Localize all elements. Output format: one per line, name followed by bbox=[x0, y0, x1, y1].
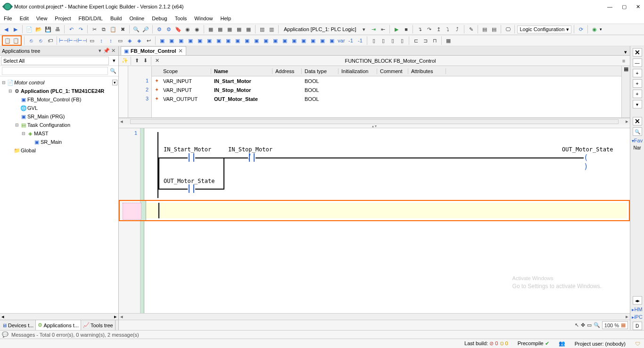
fb-icon[interactable]: ▣ bbox=[186, 36, 195, 45]
var-row[interactable]: ✦VAR_INPUTIN_Start_MotorBOOL bbox=[152, 76, 621, 85]
no-contact[interactable] bbox=[188, 153, 195, 162]
var3-icon[interactable]: -1 bbox=[356, 36, 364, 45]
status-icon[interactable]: ◉ bbox=[590, 25, 599, 33]
ld-contact3-icon[interactable]: ⊢⊣ bbox=[78, 36, 87, 45]
tree-root[interactable]: Motor control bbox=[14, 80, 44, 85]
fb-icon[interactable]: ▣ bbox=[196, 36, 204, 45]
ld-f-icon[interactable]: ▭ bbox=[116, 36, 124, 45]
menu-file[interactable]: File bbox=[4, 16, 12, 21]
tb-c-icon[interactable]: ▦ bbox=[225, 25, 234, 33]
filter-dd-icon[interactable]: ▾ bbox=[110, 58, 118, 64]
fb-icon[interactable]: ▣ bbox=[328, 36, 336, 45]
tab-tools[interactable]: 📈Tools tree bbox=[81, 320, 116, 330]
ld-e-icon[interactable]: ↕ bbox=[107, 36, 115, 45]
app-context[interactable]: Application [PLC_1: PLC Logic] bbox=[281, 26, 359, 32]
menu-window[interactable]: Window bbox=[194, 16, 213, 21]
find-icon[interactable]: 🔍 bbox=[132, 25, 140, 33]
new-rung-placeholder[interactable] bbox=[119, 200, 630, 221]
right-plus-icon[interactable]: + bbox=[633, 90, 642, 98]
del4-icon[interactable]: ▯ bbox=[398, 36, 406, 45]
dt-up-icon[interactable]: ⬆ bbox=[132, 57, 141, 65]
var-row[interactable]: ✦VAR_INPUTIN_Stop_MotorBOOL bbox=[152, 85, 621, 94]
logic-config-dropdown[interactable]: Logic Configuration▾ bbox=[517, 25, 571, 33]
zoom-icon[interactable]: 🔍 bbox=[594, 322, 600, 328]
fb-icon[interactable]: ▣ bbox=[243, 36, 251, 45]
fb-icon[interactable]: ▣ bbox=[158, 36, 166, 45]
right-min-icon[interactable]: — bbox=[633, 58, 642, 67]
var1-icon[interactable]: var bbox=[337, 36, 346, 45]
connection-icon[interactable]: 👥 bbox=[559, 340, 565, 347]
tree-filter-input[interactable] bbox=[1, 57, 109, 65]
fb-icon[interactable]: ▣ bbox=[252, 36, 261, 45]
ld-h-icon[interactable]: ◈ bbox=[135, 36, 143, 45]
fb-icon[interactable]: ▣ bbox=[309, 36, 317, 45]
fb-icon[interactable]: ▣ bbox=[262, 36, 270, 45]
save-icon[interactable]: 💾 bbox=[44, 25, 52, 33]
maximize-button[interactable]: ▢ bbox=[622, 4, 627, 10]
col-address[interactable]: Address bbox=[272, 68, 302, 74]
bp2-icon[interactable]: ◉ bbox=[193, 25, 201, 33]
tree-root-menu-icon[interactable]: ▾ bbox=[112, 80, 117, 85]
menu-fbd[interactable]: FBD/LD/IL bbox=[79, 16, 103, 21]
dev-icon[interactable]: 🖵 bbox=[504, 25, 512, 33]
dt-del-icon[interactable]: ✕ bbox=[153, 57, 161, 65]
tabs-menu-icon[interactable]: ▾ bbox=[621, 49, 630, 55]
fb-icon[interactable]: ▣ bbox=[281, 36, 289, 45]
security-icon[interactable]: 🛡 bbox=[635, 341, 640, 347]
fb-icon[interactable]: ▣ bbox=[205, 36, 214, 45]
var-row[interactable]: ✦VAR_OUTPUTOUT_Motor_StateBOOL bbox=[152, 94, 621, 103]
align3-icon[interactable]: ⊓ bbox=[430, 36, 439, 45]
applications-tree[interactable]: ⊟📄Motor control▾ ⊟⚙Application (PLC_1: T… bbox=[0, 76, 118, 313]
misc-icon[interactable]: ▦ bbox=[444, 36, 453, 45]
col-comment[interactable]: Comment bbox=[377, 68, 408, 74]
del2-icon[interactable]: ▯ bbox=[379, 36, 388, 45]
tb-a-icon[interactable]: ▦ bbox=[206, 25, 215, 33]
col-scope[interactable]: Scope bbox=[160, 68, 211, 74]
tab-devices[interactable]: 🖥Devices t... bbox=[0, 320, 36, 330]
rect-icon[interactable]: ▭ bbox=[587, 322, 592, 328]
del3-icon[interactable]: ▯ bbox=[388, 36, 397, 45]
fb-icon[interactable]: ▣ bbox=[290, 36, 298, 45]
col-attr[interactable]: Attributes bbox=[408, 68, 446, 74]
right-dd-icon[interactable]: ▾ bbox=[633, 100, 642, 108]
stop-icon[interactable]: ■ bbox=[402, 25, 410, 33]
hm-label[interactable]: ▸HM bbox=[632, 307, 642, 312]
messages-bar[interactable]: 💬 Messages - Total 0 error(s), 0 warning… bbox=[0, 330, 644, 339]
pane-splitter[interactable]: ▴ ▾ bbox=[119, 124, 630, 128]
menu-build[interactable]: Build bbox=[110, 16, 122, 21]
logout-icon[interactable]: ⇤ bbox=[379, 25, 387, 33]
login-icon[interactable]: ⇥ bbox=[369, 25, 378, 33]
right-close2-icon[interactable]: ✕ bbox=[633, 117, 642, 125]
ipc-label[interactable]: ▸iPC bbox=[632, 314, 643, 320]
menu-tools[interactable]: Tools bbox=[175, 16, 187, 21]
tb-b-icon[interactable]: ▦ bbox=[216, 25, 224, 33]
ld-ret-icon[interactable]: ↩ bbox=[144, 36, 153, 45]
dt-view-icon[interactable]: ≡ bbox=[619, 57, 628, 65]
step-out-icon[interactable]: ↥ bbox=[434, 25, 443, 33]
minimize-button[interactable]: — bbox=[607, 4, 612, 10]
nc-contact[interactable]: / bbox=[248, 153, 256, 162]
align-icon[interactable]: ⊏ bbox=[412, 36, 420, 45]
trace-icon[interactable]: ▤ bbox=[490, 25, 498, 33]
copy-icon[interactable]: ⧉ bbox=[99, 25, 108, 33]
context-dd-icon[interactable]: ▾ bbox=[360, 25, 368, 33]
var2-icon[interactable]: -1 bbox=[347, 36, 355, 45]
search-icon[interactable]: 🔍 bbox=[110, 68, 116, 74]
dt-dn-icon[interactable]: ⬇ bbox=[141, 57, 149, 65]
ld-a-icon[interactable]: ⎋ bbox=[27, 36, 35, 45]
pan-icon[interactable]: ✥ bbox=[581, 322, 585, 328]
new-icon[interactable]: 📄 bbox=[25, 25, 33, 33]
ld-contact2-icon[interactable]: ⊢⊣ bbox=[69, 36, 77, 45]
delete-icon[interactable]: ✖ bbox=[118, 25, 127, 33]
fb-icon[interactable]: ▣ bbox=[177, 36, 185, 45]
tb-d-icon[interactable]: ▦ bbox=[235, 25, 243, 33]
step-over-icon[interactable]: ↷ bbox=[425, 25, 433, 33]
tb-e-icon[interactable]: ▦ bbox=[244, 25, 253, 33]
ladder-editor[interactable]: 1 IN_Start_Motor IN_Stop_Motor / OUT_Mot… bbox=[119, 128, 630, 313]
redo-icon[interactable]: ↷ bbox=[76, 25, 85, 33]
menu-edit[interactable]: Edit bbox=[20, 16, 29, 21]
write-icon[interactable]: ✎ bbox=[467, 25, 475, 33]
step5-icon[interactable]: ⤴ bbox=[453, 25, 462, 33]
align2-icon[interactable]: ⊐ bbox=[421, 36, 429, 45]
dt-a-icon[interactable]: ✨ bbox=[121, 57, 129, 65]
